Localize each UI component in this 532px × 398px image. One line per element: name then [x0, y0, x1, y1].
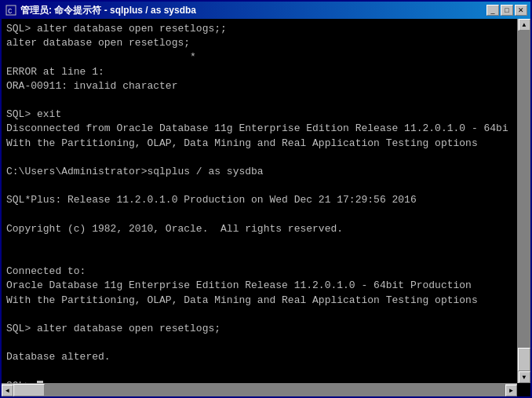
vertical-scrollbar[interactable]: ▲ ▼: [517, 19, 530, 383]
terminal-body[interactable]: SQL> alter database open resetlogs;; alt…: [2, 19, 530, 396]
svg-text:C: C: [8, 8, 13, 16]
window: C 管理员: 命令提示符 - sqlplus / as sysdba _ □ ✕…: [0, 0, 532, 398]
scroll-down-button[interactable]: ▼: [519, 371, 530, 383]
scroll-thumb-h[interactable]: [13, 384, 45, 396]
scroll-track-v[interactable]: [518, 31, 530, 371]
scroll-up-button[interactable]: ▲: [519, 19, 530, 31]
title-bar: C 管理员: 命令提示符 - sqlplus / as sysdba _ □ ✕: [2, 2, 530, 19]
terminal-wrapper: SQL> alter database open resetlogs;; alt…: [2, 19, 530, 396]
scroll-left-button[interactable]: ◄: [2, 385, 13, 396]
maximize-button[interactable]: □: [501, 5, 513, 16]
title-bar-title: 管理员: 命令提示符 - sqlplus / as sysdba: [20, 4, 196, 17]
close-button[interactable]: ✕: [515, 5, 527, 16]
title-bar-controls: _ □ ✕: [486, 5, 527, 16]
horizontal-scrollbar[interactable]: ◄ ►: [2, 383, 517, 396]
minimize-button[interactable]: _: [486, 5, 499, 16]
scroll-track-h[interactable]: [13, 384, 505, 396]
title-bar-left: C 管理员: 命令提示符 - sqlplus / as sysdba: [5, 4, 196, 17]
terminal-icon: C: [5, 4, 17, 16]
scroll-right-button[interactable]: ►: [505, 385, 517, 396]
terminal-content: SQL> alter database open resetlogs;; alt…: [6, 22, 526, 393]
scroll-thumb-v[interactable]: [518, 348, 530, 371]
